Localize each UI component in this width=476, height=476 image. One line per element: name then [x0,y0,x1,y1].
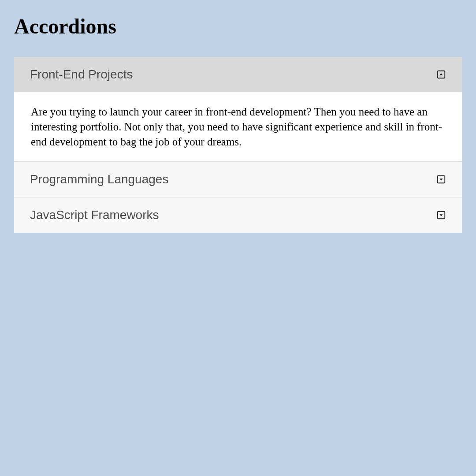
accordion-item-front-end-projects: Front-End Projects Are you trying to lau… [14,57,462,162]
accordion-container: Front-End Projects Are you trying to lau… [14,57,462,233]
accordion-title: Front-End Projects [30,67,133,82]
accordion-title: JavaScript Frameworks [30,208,159,222]
caret-up-icon [436,70,446,79]
page-title: Accordions [14,14,462,38]
accordion-header-javascript-frameworks[interactable]: JavaScript Frameworks [14,197,462,233]
caret-down-icon [436,175,446,184]
accordion-content: Are you trying to launch your career in … [14,92,462,161]
accordion-title: Programming Languages [30,172,168,186]
accordion-header-programming-languages[interactable]: Programming Languages [14,162,462,197]
accordion-header-front-end-projects[interactable]: Front-End Projects [14,57,462,92]
accordion-item-javascript-frameworks: JavaScript Frameworks [14,197,462,233]
accordion-item-programming-languages: Programming Languages [14,162,462,197]
caret-down-icon [436,210,446,220]
